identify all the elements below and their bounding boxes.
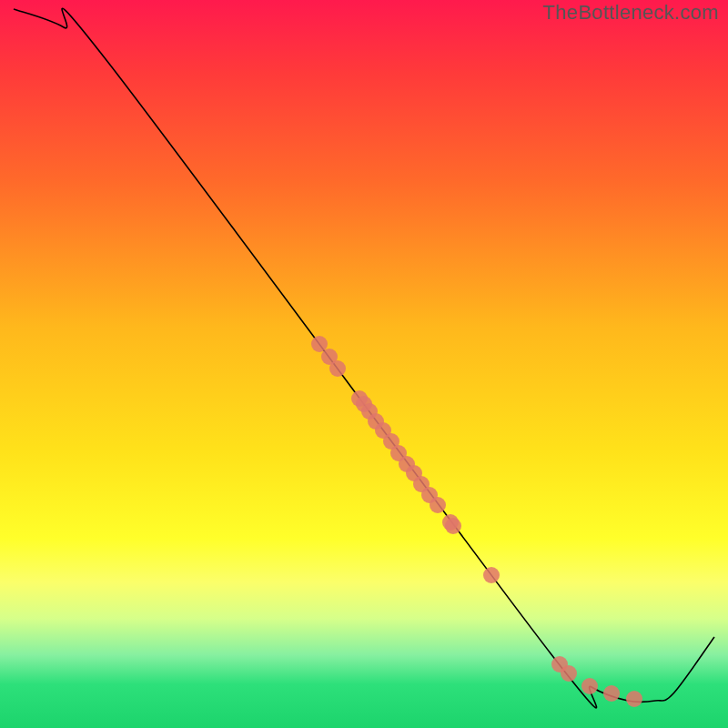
sample-point	[390, 445, 407, 461]
sample-point	[351, 390, 368, 407]
sample-point	[406, 465, 422, 481]
sample-point	[551, 656, 568, 672]
sample-point	[361, 403, 378, 420]
sample-point	[413, 476, 430, 492]
sample-point	[368, 413, 384, 430]
sample-point	[445, 518, 461, 534]
sample-point	[442, 514, 459, 531]
sample-point	[329, 360, 346, 377]
sample-point	[430, 497, 446, 513]
sample-point	[483, 567, 500, 583]
sample-point	[383, 433, 399, 450]
sample-points-group	[311, 336, 642, 707]
sample-point	[356, 396, 372, 412]
sample-point	[421, 487, 438, 503]
bottleneck-curve	[14, 8, 714, 708]
sample-point	[399, 456, 415, 472]
sample-point	[321, 349, 338, 365]
sample-point	[626, 691, 642, 707]
sample-point	[581, 678, 598, 694]
chart-svg	[0, 0, 728, 728]
sample-point	[375, 422, 391, 439]
watermark-text: TheBottleneck.com	[543, 1, 719, 25]
sample-point	[603, 685, 620, 702]
bottleneck-chart: TheBottleneck.com	[0, 0, 728, 728]
sample-point	[311, 336, 328, 352]
sample-point	[561, 665, 577, 682]
